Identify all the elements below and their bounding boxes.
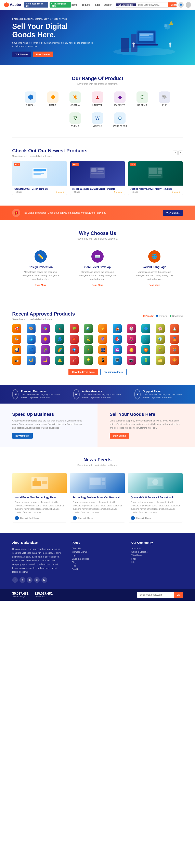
icon-item-25[interactable]: 🔵 bbox=[27, 345, 36, 354]
icon-item-10[interactable]: 🌸 bbox=[156, 324, 165, 333]
footer-link-about[interactable]: About Us bbox=[72, 547, 123, 550]
hero-free-themes-btn[interactable]: Free Themes bbox=[33, 52, 53, 57]
product-wordpress[interactable]: ⊕ WORDPRESS bbox=[112, 113, 128, 127]
footer-link-it[interactable]: IT.io bbox=[72, 564, 123, 567]
product-vuejs[interactable]: ▽ VUE.JS bbox=[67, 113, 83, 127]
footer-link-blog[interactable]: Blog bbox=[72, 561, 123, 563]
news-card-0[interactable]: World Faces New Technology Threat. Great… bbox=[12, 473, 67, 523]
icon-item-6[interactable]: ⚡ bbox=[98, 324, 107, 333]
icon-item-13[interactable]: 💠 bbox=[27, 335, 36, 344]
icon-item-17[interactable]: 💫 bbox=[84, 335, 93, 344]
icon-item-19[interactable]: 🎯 bbox=[113, 335, 122, 344]
product-card-0[interactable]: 27% SaaSoft Laravel Script Template 46 S… bbox=[12, 161, 67, 195]
product-drupal[interactable]: 🔵 DRUPAL bbox=[22, 91, 39, 106]
footer-community-1[interactable]: Sales & Statistic bbox=[131, 551, 183, 553]
icon-item-18[interactable]: 🔮 bbox=[98, 335, 107, 344]
search-input[interactable] bbox=[136, 2, 168, 7]
icon-item-41[interactable]: 💡 bbox=[84, 356, 93, 365]
icon-item-37[interactable]: 🔱 bbox=[27, 356, 36, 365]
footer-link-stats[interactable]: Sales & Statistics bbox=[72, 558, 123, 560]
icon-item-3[interactable]: 🔺 bbox=[55, 324, 64, 333]
hero-wp-themes-btn[interactable]: WP Themes bbox=[12, 52, 31, 57]
news-card-1[interactable]: Technology Devices Takes Our Personal. G… bbox=[70, 473, 125, 523]
icon-item-0[interactable]: 🎯 bbox=[12, 324, 21, 333]
footer-community-3[interactable]: Faqli bbox=[131, 558, 183, 560]
product-magento[interactable]: ◆ MAGENTO bbox=[112, 91, 128, 106]
icon-item-33[interactable]: 🏵️ bbox=[141, 345, 150, 354]
footer-link-faq[interactable]: Faqli ir bbox=[72, 568, 123, 570]
product-nodejs[interactable]: ⬡ NODE JS bbox=[134, 91, 150, 106]
icon-item-44[interactable]: 📷 bbox=[127, 356, 136, 365]
speedup-btn[interactable]: Buy template bbox=[12, 433, 33, 439]
icon-item-34[interactable]: 💐 bbox=[156, 345, 165, 354]
icon-item-1[interactable]: 🎨 bbox=[27, 324, 36, 333]
social-linkedin[interactable]: in bbox=[27, 577, 33, 583]
product-joomla[interactable]: ✴️ JOOMLA bbox=[67, 91, 83, 106]
footer-community-2[interactable]: WordPress bbox=[131, 554, 183, 557]
icon-item-29[interactable]: 🔸 bbox=[84, 345, 93, 354]
footer-email-input[interactable] bbox=[137, 592, 174, 598]
why-read-more-0[interactable]: Read More bbox=[35, 284, 46, 286]
product-card-1[interactable]: FREE Modal Business Laravel Script Templ… bbox=[70, 161, 125, 195]
social-facebook[interactable]: f bbox=[12, 577, 18, 583]
icon-item-46[interactable]: 🗂️ bbox=[156, 356, 165, 365]
download-free-btn[interactable]: Download Free Items bbox=[69, 369, 98, 375]
prev-arrow[interactable]: ‹ bbox=[173, 151, 178, 155]
icon-item-45[interactable]: 🔋 bbox=[141, 356, 150, 365]
footer-link-signup[interactable]: Member Signup bbox=[72, 551, 123, 553]
icon-item-43[interactable]: 🖥️ bbox=[113, 356, 122, 365]
icon-item-4[interactable]: 🍀 bbox=[70, 324, 79, 333]
news-card-2[interactable]: QuomodeSoft Became A Sensation in Great … bbox=[128, 473, 183, 523]
sellyour-btn[interactable]: Start Selling bbox=[110, 433, 129, 439]
icon-item-42[interactable]: 📱 bbox=[98, 356, 107, 365]
social-googleplus[interactable]: g+ bbox=[34, 577, 40, 583]
icon-item-23[interactable]: 🏅 bbox=[170, 335, 179, 344]
icon-item-22[interactable]: 💎 bbox=[156, 335, 165, 344]
next-arrow[interactable]: › bbox=[178, 151, 183, 155]
icon-item-28[interactable]: 💠 bbox=[70, 345, 79, 354]
icon-item-11[interactable]: 🏔️ bbox=[170, 324, 179, 333]
why-read-more-2[interactable]: Read More bbox=[149, 284, 160, 286]
icon-item-32[interactable]: 🌟 bbox=[127, 345, 136, 354]
search-button[interactable]: Search bbox=[168, 2, 177, 7]
social-youtube[interactable]: ▶ bbox=[41, 577, 47, 583]
trending-authors-btn[interactable]: Trending Authors bbox=[100, 369, 126, 375]
product-html5[interactable]: 🔶 HTML5 bbox=[45, 91, 61, 106]
icon-item-15[interactable]: 🌀 bbox=[55, 335, 64, 344]
icon-item-20[interactable]: 🌺 bbox=[127, 335, 136, 344]
icon-item-2[interactable]: 🎭 bbox=[41, 324, 50, 333]
footer-email-btn[interactable]: OK bbox=[174, 592, 183, 598]
icon-item-26[interactable]: 🎋 bbox=[41, 345, 50, 354]
icon-item-12[interactable]: 🎠 bbox=[12, 335, 21, 344]
footer-community-4[interactable]: It.io bbox=[131, 561, 183, 563]
nav-products[interactable]: Products bbox=[81, 3, 90, 6]
icon-item-27[interactable]: 🌈 bbox=[55, 345, 64, 354]
icon-item-39[interactable]: 🔔 bbox=[55, 356, 64, 365]
filter-new[interactable]: New Items bbox=[170, 315, 183, 317]
why-read-more-1[interactable]: Read More bbox=[92, 284, 103, 286]
icon-item-38[interactable]: 🌙 bbox=[41, 356, 50, 365]
icon-item-8[interactable]: 🎲 bbox=[127, 324, 136, 333]
icon-item-47[interactable]: 🏆 bbox=[170, 356, 179, 365]
footer-link-login[interactable]: Login bbox=[72, 554, 123, 557]
social-twitter[interactable]: t bbox=[20, 577, 25, 583]
product-laravel[interactable]: ▲ LARAVEL bbox=[89, 91, 106, 106]
icon-item-30[interactable]: 🎆 bbox=[98, 345, 107, 354]
filter-trending[interactable]: Trending bbox=[156, 315, 167, 317]
promo-button[interactable]: View Bundle bbox=[163, 210, 183, 216]
icon-item-35[interactable]: 🎊 bbox=[170, 345, 179, 354]
icon-item-36[interactable]: 🎳 bbox=[12, 356, 21, 365]
icon-item-9[interactable]: 🔷 bbox=[141, 324, 150, 333]
nav-home[interactable]: Home bbox=[71, 3, 77, 6]
icon-item-7[interactable]: 🎪 bbox=[113, 324, 122, 333]
avatar[interactable] bbox=[186, 2, 191, 8]
product-weebly[interactable]: W WEEBLY bbox=[89, 113, 106, 127]
icon-item-21[interactable]: 🔹 bbox=[141, 335, 150, 344]
nav-pages[interactable]: Pages bbox=[94, 3, 101, 6]
category-button[interactable]: All Categories bbox=[116, 3, 136, 6]
icon-item-24[interactable]: 🎑 bbox=[12, 345, 21, 354]
icon-item-5[interactable]: 🌊 bbox=[84, 324, 93, 333]
icon-item-40[interactable]: 🎸 bbox=[70, 356, 79, 365]
user-menu[interactable]: 👤 bbox=[178, 2, 184, 8]
icon-item-16[interactable]: 🍁 bbox=[70, 335, 79, 344]
